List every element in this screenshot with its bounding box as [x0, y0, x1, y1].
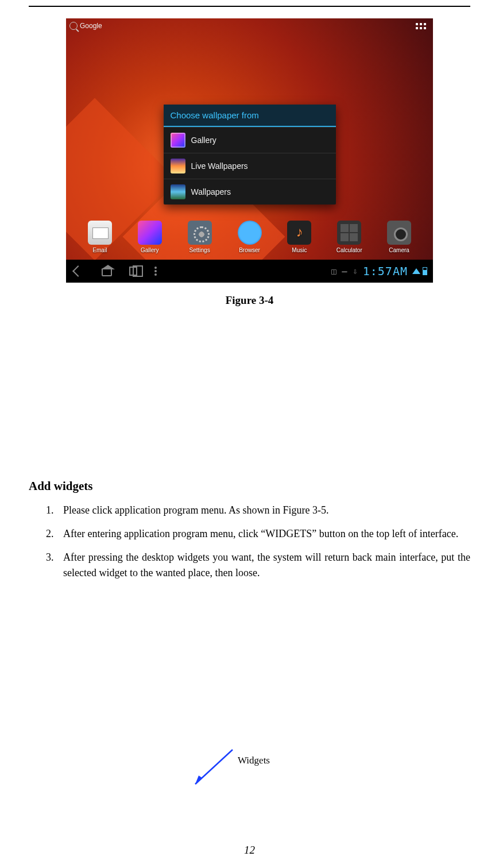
screenshot-icon[interactable]: ◫ [331, 267, 336, 276]
menu-icon[interactable] [154, 265, 167, 277]
recent-apps-icon[interactable] [129, 267, 137, 276]
camera-icon [387, 221, 411, 245]
dialog-item-live-wallpapers[interactable]: Live Wallpapers [164, 153, 336, 179]
search-icon [69, 22, 78, 30]
apps-grid-icon[interactable] [416, 23, 426, 33]
dialog-title: Choose wallpaper from [164, 105, 336, 127]
dock-label: Gallery [141, 247, 159, 253]
live-wallpapers-icon [171, 159, 185, 173]
dock-camera[interactable]: Camera [378, 221, 420, 253]
steps-list: Please click application program menu. A… [29, 503, 470, 581]
dock-music[interactable]: Music [278, 221, 320, 253]
widgets-callout: Widgets [189, 747, 304, 793]
dialog-item-label: Gallery [191, 136, 216, 145]
step-item: After entering application program menu,… [56, 526, 470, 542]
dock-label: Camera [389, 247, 409, 253]
dock-label: Calculator [336, 247, 362, 253]
dock-label: Browser [239, 247, 260, 253]
widgets-label: Widgets [238, 755, 270, 766]
battery-icon [423, 267, 427, 275]
dock-browser[interactable]: Browser [229, 221, 270, 253]
minus-icon[interactable]: − [341, 265, 348, 277]
clock-text: 1:57AM [363, 264, 408, 278]
dock-label: Email [92, 247, 107, 253]
gallery-icon [138, 221, 162, 245]
dialog-item-label: Wallpapers [191, 187, 231, 196]
step-item: After pressing the desktop widgets you w… [56, 550, 470, 581]
wallpaper-dialog: Choose wallpaper from Gallery Live Wallp… [164, 105, 336, 205]
tablet-screenshot: Google Choose wallpaper from Gallery Liv… [66, 18, 433, 283]
dock-calculator[interactable]: Calculator [328, 221, 370, 253]
dialog-item-label: Live Wallpapers [191, 161, 248, 171]
calculator-icon [337, 221, 361, 245]
document-page: Google Choose wallpaper from Gallery Liv… [0, 6, 499, 868]
music-icon [287, 221, 311, 245]
arrow-icon [189, 747, 235, 787]
page-number: 12 [0, 844, 499, 857]
gallery-icon [171, 133, 185, 148]
settings-icon [188, 221, 212, 245]
download-icon[interactable]: ⇩ [353, 267, 358, 276]
dock-label: Settings [189, 247, 210, 253]
dock-email[interactable]: Email [79, 221, 121, 253]
top-rule [29, 6, 470, 7]
dock-label: Music [292, 247, 307, 253]
app-dock: Email Gallery Settings Browser Music Cal… [66, 214, 433, 260]
status-icons [412, 267, 427, 275]
dock-gallery[interactable]: Gallery [129, 221, 171, 253]
step-item: Please click application program menu. A… [56, 503, 470, 518]
home-icon[interactable] [102, 268, 112, 276]
section-title: Add widgets [29, 479, 470, 493]
figure-caption: Figure 3-4 [29, 294, 470, 307]
dialog-item-gallery[interactable]: Gallery [164, 127, 336, 153]
email-icon [88, 221, 112, 245]
navigation-bar: ◫ − ⇩ 1:57AM [66, 260, 433, 283]
svg-marker-1 [195, 776, 202, 784]
dialog-item-wallpapers[interactable]: Wallpapers [164, 179, 336, 205]
browser-icon [238, 221, 262, 245]
dock-settings[interactable]: Settings [179, 221, 221, 253]
back-icon[interactable] [72, 265, 84, 277]
wifi-icon [412, 268, 420, 274]
wallpapers-icon [171, 184, 185, 199]
search-placeholder: Google [80, 22, 102, 30]
search-bar[interactable]: Google [69, 22, 102, 30]
